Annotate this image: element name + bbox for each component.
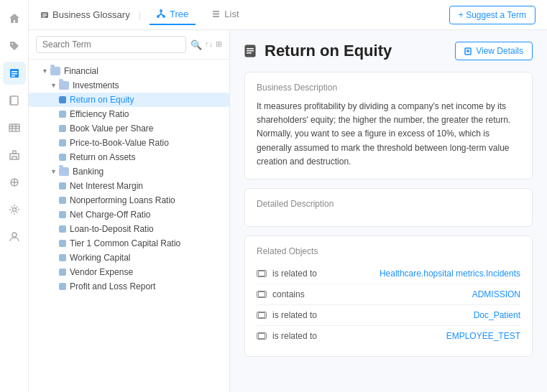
main-area: Business Glossary | Tree List + Suggest … bbox=[29, 0, 547, 392]
relation-type: contains bbox=[272, 289, 344, 299]
relation-type: is related to bbox=[272, 310, 344, 320]
sidebar-table[interactable] bbox=[3, 116, 26, 139]
svg-rect-18 bbox=[42, 17, 45, 17]
relation-target[interactable]: ADMISSION bbox=[472, 289, 520, 299]
leaf-icon bbox=[59, 125, 66, 132]
related-row-3: is related to EMPLOYEE_TEST bbox=[257, 326, 520, 346]
svg-line-23 bbox=[158, 14, 161, 16]
tree-item-profit-loss[interactable]: Profit and Loss Report bbox=[29, 279, 229, 294]
leaf-icon bbox=[59, 96, 66, 103]
tree-item-tier1[interactable]: Tier 1 Common Capital Ratio bbox=[29, 236, 229, 251]
breadcrumb-text: Business Glossary bbox=[52, 9, 130, 20]
tab-tree-label: Tree bbox=[170, 9, 188, 19]
icon-sidebar bbox=[0, 0, 29, 392]
svg-rect-29 bbox=[247, 48, 254, 50]
tree-category-banking[interactable]: ▼ Banking bbox=[29, 164, 229, 179]
sidebar-book[interactable] bbox=[3, 89, 26, 112]
tree-item-label: Working Capital bbox=[70, 253, 130, 263]
svg-rect-30 bbox=[247, 50, 254, 52]
tree-item-net-charge[interactable]: Net Charge-Off Ratio bbox=[29, 207, 229, 222]
layout-icon[interactable]: ⊞ bbox=[216, 39, 222, 50]
tree-item-return-on-assets[interactable]: Return on Assets bbox=[29, 150, 229, 164]
svg-point-13 bbox=[12, 208, 16, 212]
view-details-button[interactable]: View Details bbox=[455, 42, 533, 60]
leaf-icon bbox=[59, 154, 66, 161]
tree-search-bar: 🔍 ↑↓ ⊞ bbox=[29, 30, 229, 60]
relation-target[interactable]: EMPLOYEE_TEST bbox=[446, 331, 520, 341]
tree-item-price-to-book[interactable]: Price-to-Book-Value Ratio bbox=[29, 136, 229, 150]
sidebar-person[interactable] bbox=[3, 225, 26, 248]
tab-tree[interactable]: Tree bbox=[150, 4, 196, 25]
svg-rect-11 bbox=[13, 151, 16, 154]
folder-icon bbox=[59, 81, 69, 90]
document-icon bbox=[244, 45, 259, 57]
tree-item-label: Investments bbox=[73, 80, 119, 90]
tree-item-label: Financial bbox=[64, 66, 98, 76]
sidebar-home[interactable] bbox=[3, 7, 26, 30]
tree-item-label: Return on Assets bbox=[70, 152, 135, 162]
sidebar-glossary[interactable] bbox=[3, 62, 26, 85]
svg-rect-38 bbox=[259, 333, 265, 338]
sidebar-puzzle[interactable] bbox=[3, 171, 26, 194]
page-title: Return on Equity bbox=[265, 42, 392, 60]
related-row-2: is related to Doc_Patient bbox=[257, 305, 520, 326]
sidebar-building[interactable] bbox=[3, 144, 26, 167]
svg-rect-37 bbox=[259, 312, 265, 317]
tree-item-label: Efficiency Ratio bbox=[70, 109, 129, 119]
business-description-text: It measures profitability by dividing a … bbox=[257, 100, 520, 169]
tree-item-loan-deposit[interactable]: Loan-to-Deposit Ratio bbox=[29, 222, 229, 236]
tree-item-working-capital[interactable]: Working Capital bbox=[29, 251, 229, 265]
leaf-icon bbox=[59, 225, 66, 233]
tree-item-label: Nonperforming Loans Ratio bbox=[70, 195, 175, 205]
leaf-icon bbox=[59, 283, 66, 290]
relation-type: is related to bbox=[272, 331, 344, 341]
tree-item-nonperforming[interactable]: Nonperforming Loans Ratio bbox=[29, 193, 229, 207]
tree-item-return-on-equity[interactable]: Return on Equity bbox=[29, 93, 229, 107]
tree-item-efficiency-ratio[interactable]: Efficiency Ratio bbox=[29, 107, 229, 121]
sidebar-tag[interactable] bbox=[3, 34, 26, 57]
leaf-icon bbox=[59, 182, 66, 190]
business-description-card: Business Description It measures profita… bbox=[244, 72, 533, 179]
tree-item-book-value[interactable]: Book Value per Share bbox=[29, 121, 229, 136]
tree-item-label: Banking bbox=[73, 167, 104, 177]
leaf-icon bbox=[59, 139, 66, 146]
search-input[interactable] bbox=[36, 36, 186, 53]
tree-item-vendor-expense[interactable]: Vendor Expense bbox=[29, 265, 229, 279]
related-objects-card: Related Objects is related to Healthcare… bbox=[244, 235, 533, 357]
svg-point-14 bbox=[12, 233, 17, 237]
related-row-1: contains ADMISSION bbox=[257, 284, 520, 305]
sidebar-settings[interactable] bbox=[3, 198, 26, 221]
tree-item-label: Book Value per Share bbox=[70, 123, 154, 134]
tree-category-financial[interactable]: ▼ Financial bbox=[29, 64, 229, 78]
tree-item-net-interest[interactable]: Net Interest Margin bbox=[29, 179, 229, 193]
search-icon[interactable]: 🔍 bbox=[190, 39, 202, 50]
svg-rect-2 bbox=[12, 73, 17, 75]
detail-panel: Return on Equity View Details Business D… bbox=[230, 30, 547, 392]
tree-item-label: Profit and Loss Report bbox=[70, 281, 155, 291]
suggest-term-button[interactable]: + Suggest a Term bbox=[449, 6, 535, 24]
related-row-0: is related to Healthcare.hopsital metric… bbox=[257, 263, 520, 284]
tree-category-investments[interactable]: ▼ Investments bbox=[29, 78, 229, 93]
sort-asc-icon[interactable]: ↑↓ bbox=[205, 39, 213, 50]
leaf-icon bbox=[59, 111, 66, 118]
relation-type: is related to bbox=[272, 269, 344, 279]
tab-list-label: List bbox=[224, 9, 239, 19]
relation-target[interactable]: Healthcare.hopsital metrics.Incidents bbox=[380, 269, 520, 279]
tree-item-label: Vendor Expense bbox=[70, 267, 133, 277]
view-details-label: View Details bbox=[476, 46, 523, 56]
body-layout: 🔍 ↑↓ ⊞ ▼ Financial ▼ Inves bbox=[29, 30, 547, 392]
search-icons: 🔍 ↑↓ ⊞ bbox=[190, 39, 222, 50]
tree-item-label: Loan-to-Deposit Ratio bbox=[70, 224, 154, 234]
folder-icon bbox=[50, 67, 60, 75]
leaf-icon bbox=[59, 254, 66, 261]
svg-rect-5 bbox=[9, 124, 19, 131]
tree-item-label: Price-to-Book-Value Ratio bbox=[70, 138, 169, 148]
tab-list[interactable]: List bbox=[204, 4, 246, 25]
relation-target[interactable]: Doc_Patient bbox=[474, 310, 520, 320]
detailed-desc-section-title: Detailed Description bbox=[257, 199, 520, 209]
top-nav: Business Glossary | Tree List + Suggest … bbox=[29, 0, 547, 30]
tree-item-label: Net Charge-Off Ratio bbox=[70, 210, 151, 220]
leaf-icon bbox=[59, 211, 66, 218]
business-desc-section-title: Business Description bbox=[257, 83, 520, 93]
svg-rect-31 bbox=[247, 52, 252, 54]
